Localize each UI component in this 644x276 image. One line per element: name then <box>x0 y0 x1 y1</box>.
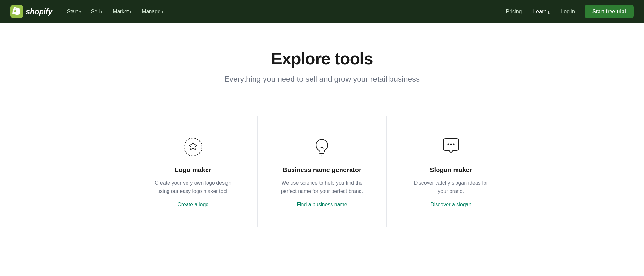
logo-maker-card: Logo maker Create your very own logo des… <box>129 116 258 227</box>
create-logo-link[interactable]: Create a logo <box>178 202 208 207</box>
slogan-maker-title: Slogan maker <box>430 166 472 174</box>
navbar: shopify Start ▾ Sell ▾ Market ▾ Manage ▾… <box>0 0 644 23</box>
nav-manage[interactable]: Manage ▾ <box>137 6 168 17</box>
svg-point-6 <box>450 144 452 145</box>
sell-chevron-icon: ▾ <box>101 10 102 14</box>
svg-point-5 <box>447 144 449 145</box>
nav-right: Pricing Learn ▾ Log in Start free trial <box>502 5 634 18</box>
business-name-desc: We use science to help you find the perf… <box>280 179 364 195</box>
svg-point-1 <box>184 138 202 156</box>
logo-maker-desc: Create your very own logo design using o… <box>151 179 235 195</box>
hero-subtitle: Everything you need to sell and grow you… <box>10 75 634 84</box>
learn-chevron-icon: ▾ <box>548 10 549 14</box>
logo-maker-title: Logo maker <box>175 166 211 174</box>
nav-learn-link[interactable]: Learn ▾ <box>529 6 554 17</box>
start-free-trial-button[interactable]: Start free trial <box>585 5 634 18</box>
nav-pricing-link[interactable]: Pricing <box>502 6 526 17</box>
shopify-wordmark: shopify <box>26 7 52 16</box>
nav-login-link[interactable]: Log in <box>556 6 580 17</box>
manage-chevron-icon: ▾ <box>162 10 163 14</box>
hero-title: Explore tools <box>10 49 634 68</box>
business-name-card: Business name generator We use science t… <box>258 116 387 227</box>
market-chevron-icon: ▾ <box>130 10 131 14</box>
logo-maker-icon <box>181 135 205 159</box>
start-chevron-icon: ▾ <box>79 10 81 14</box>
slogan-maker-icon <box>439 135 463 159</box>
business-name-title: Business name generator <box>283 166 361 174</box>
shopify-logo[interactable]: shopify <box>10 5 52 18</box>
hero-section: Explore tools Everything you need to sel… <box>0 23 644 103</box>
find-business-name-link[interactable]: Find a business name <box>297 202 347 207</box>
slogan-maker-desc: Discover catchy slogan ideas for your br… <box>409 179 493 195</box>
nav-start[interactable]: Start ▾ <box>62 6 85 17</box>
nav-sell[interactable]: Sell ▾ <box>87 6 107 17</box>
svg-point-7 <box>453 144 454 145</box>
business-name-icon <box>310 135 333 159</box>
nav-links: Start ▾ Sell ▾ Market ▾ Manage ▾ <box>62 6 499 17</box>
slogan-maker-card: Slogan maker Discover catchy slogan idea… <box>387 116 515 227</box>
discover-slogan-link[interactable]: Discover a slogan <box>430 202 471 207</box>
nav-market[interactable]: Market ▾ <box>108 6 136 17</box>
cards-container: Logo maker Create your very own logo des… <box>129 116 515 227</box>
shopify-bag-icon <box>10 5 23 18</box>
